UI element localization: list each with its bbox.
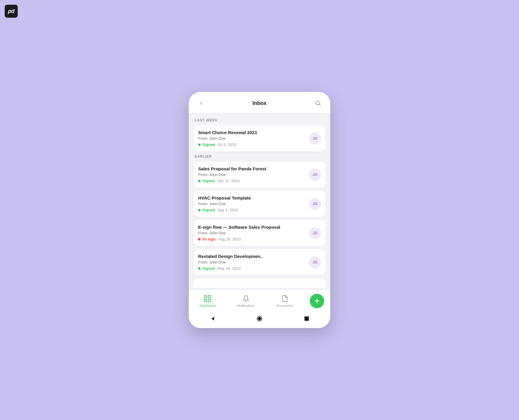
back-button[interactable] <box>196 98 206 108</box>
svg-rect-7 <box>305 317 309 321</box>
avatar: JD <box>309 169 321 181</box>
status-text: To sign <box>202 237 216 241</box>
card-content: Sales Proposal for Panda Forest From: Jo… <box>198 166 306 183</box>
status-date: Sep 1, 2023 <box>217 208 238 212</box>
section-earlier: EARLIER Sales Proposal for Panda Forest … <box>193 154 326 288</box>
avatar: JD <box>309 256 321 268</box>
recents-system-button[interactable] <box>302 314 311 323</box>
card-from: From: John Doe <box>198 136 306 141</box>
card-status: Signed Sep 1, 2023 <box>198 208 306 212</box>
card-content: E-sign flow — Software Sales Proposal Fr… <box>198 225 306 241</box>
list-item[interactable]: Restated Design Developmen.. From: John … <box>193 249 326 275</box>
list-item[interactable]: E-sign flow — Software Sales Proposal Fr… <box>193 220 326 246</box>
header: Inbox <box>189 92 330 113</box>
notifications-icon <box>242 294 250 303</box>
list-item[interactable]: Smart Choice Renewal 2023 From: John Doe… <box>193 125 326 151</box>
card-content: HVAC Proposal Template From: John Doe Si… <box>198 195 306 212</box>
status-text: Signed <box>202 179 215 183</box>
card-title: HVAC Proposal Template <box>198 195 306 200</box>
status-text: Signed <box>202 142 215 147</box>
page-title: Inbox <box>252 100 267 106</box>
card-status: Signed Jul 3, 2024 <box>198 142 306 147</box>
system-nav <box>189 311 330 328</box>
status-dot <box>198 144 201 146</box>
card-from: From: John Doe <box>198 231 306 235</box>
avatar: JD <box>309 198 321 210</box>
app-logo: pd <box>5 5 18 18</box>
status-text: Signed <box>202 208 215 212</box>
card-title: Sales Proposal for Panda Forest <box>198 166 306 171</box>
section-label-earlier: EARLIER <box>193 154 326 159</box>
status-date: Aug 28, 2023 <box>218 237 241 241</box>
back-system-button[interactable] <box>208 314 217 323</box>
card-title: Restated Design Developmen.. <box>198 254 306 259</box>
status-dot <box>198 267 201 270</box>
card-title: E-sign flow — Software Sales Proposal <box>198 225 306 230</box>
dashboard-icon <box>203 294 212 303</box>
card-from: From: John Doe <box>198 260 306 264</box>
nav-label-dashboard: Dashboard <box>200 304 216 307</box>
card-title: Smart Choice Renewal 2023 <box>198 130 306 135</box>
nav-label-documents: Documents <box>277 304 293 307</box>
status-text: Signed <box>202 266 215 271</box>
avatar: JD <box>309 227 321 239</box>
phone-frame: Inbox LAST WEEK Smart Choice Renewal 202… <box>189 92 330 328</box>
status-date: Jul 3, 2024 <box>217 142 236 147</box>
documents-icon <box>281 294 289 303</box>
add-button[interactable] <box>310 294 324 308</box>
nav-item-notifications[interactable]: Notifications <box>232 293 260 309</box>
avatar: JD <box>309 133 321 144</box>
card-content: Restated Design Developmen.. From: John … <box>198 254 306 271</box>
list-item[interactable]: Sales Proposal for Panda Forest From: Jo… <box>193 162 326 188</box>
card-status: Signed May 26, 2023 <box>198 266 306 271</box>
card-content: Smart Choice Renewal 2023 From: John Doe… <box>198 130 306 147</box>
status-dot <box>198 180 201 182</box>
svg-line-1 <box>319 104 321 106</box>
nav-item-documents[interactable]: Documents <box>272 293 298 309</box>
home-system-button[interactable] <box>255 314 264 323</box>
partial-card <box>193 278 326 288</box>
status-date: Jan 22, 2024 <box>217 179 239 183</box>
status-dot <box>198 209 201 211</box>
nav-label-notifications: Notifications <box>237 304 255 307</box>
section-label-last-week: LAST WEEK <box>193 118 326 122</box>
status-dot <box>198 238 201 241</box>
nav-item-dashboard[interactable]: Dashboard <box>195 293 220 309</box>
list-item[interactable]: HVAC Proposal Template From: John Doe Si… <box>193 191 326 217</box>
svg-marker-4 <box>212 317 214 320</box>
section-last-week: LAST WEEK Smart Choice Renewal 2023 From… <box>193 118 326 151</box>
content-area: LAST WEEK Smart Choice Renewal 2023 From… <box>189 113 330 289</box>
card-from: From: John Doe <box>198 172 306 177</box>
card-from: From: John Doe <box>198 202 306 206</box>
bottom-nav: Dashboard Notifications Documents <box>189 289 330 311</box>
card-status: Signed Jan 22, 2024 <box>198 179 306 183</box>
status-date: May 26, 2023 <box>217 266 241 271</box>
search-button[interactable] <box>313 98 323 108</box>
svg-point-5 <box>258 317 261 320</box>
card-status: To sign Aug 28, 2023 <box>198 237 306 241</box>
